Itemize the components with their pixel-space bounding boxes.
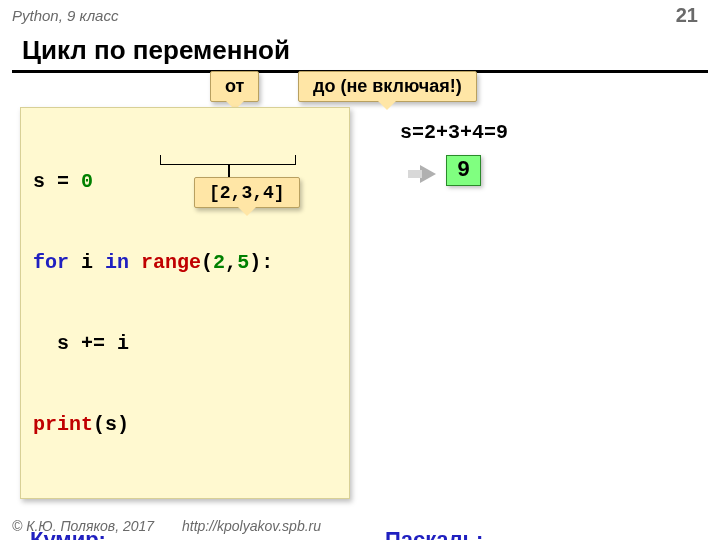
- course-label: Python, 9 класс: [12, 7, 118, 24]
- range-bracket: [160, 155, 296, 165]
- tag-to: до (не включая!): [298, 71, 477, 102]
- content-area: от до (не включая!) s = 0 for i in range…: [0, 73, 720, 540]
- tag-range-list: [2,3,4]: [194, 177, 300, 208]
- calc-expression: s=2+3+4=9: [400, 121, 508, 144]
- python-line-2: for i in range(2,5):: [33, 249, 337, 276]
- pascal-label: Паскаль:: [385, 527, 700, 540]
- slide-title: Цикл по переменной: [22, 35, 720, 66]
- result-box: 9: [446, 155, 481, 186]
- footer: © К.Ю. Поляков, 2017 http://kpolyakov.sp…: [12, 518, 321, 534]
- copyright: © К.Ю. Поляков, 2017: [12, 518, 154, 534]
- python-line-3: s += i: [33, 330, 337, 357]
- tag-from: от: [210, 71, 259, 102]
- header-bar: Python, 9 класс 21: [0, 0, 720, 27]
- page-number: 21: [676, 4, 698, 27]
- python-line-4: print(s): [33, 411, 337, 438]
- pascal-column: Паскаль: s := 0; for i:=2 to 4 do s := s…: [375, 517, 700, 540]
- result-arrow-icon: [420, 165, 436, 183]
- python-code: s = 0 for i in range(2,5): s += i print(…: [20, 107, 350, 499]
- footer-url: http://kpolyakov.spb.ru: [182, 518, 321, 534]
